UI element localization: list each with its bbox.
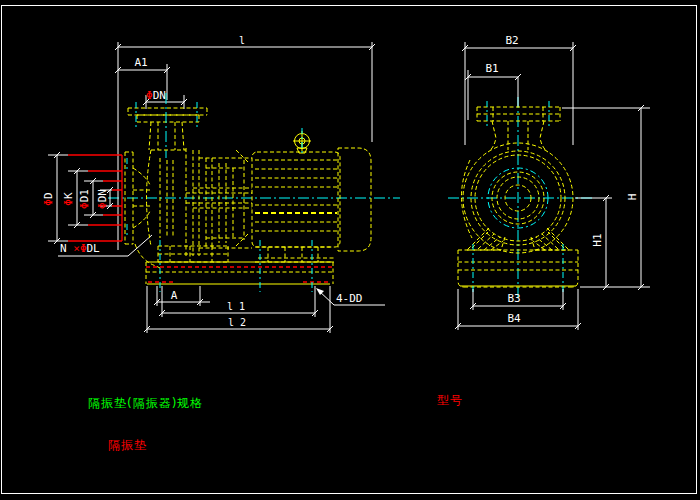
dim-label-b4: B4 (507, 312, 521, 325)
canvas-background (0, 0, 700, 500)
dim-label-l: l (239, 35, 245, 46)
dim-label-h: H (626, 194, 639, 201)
dim-label-l2: l 2 (228, 317, 246, 328)
dim-label-b2: B2 (505, 34, 518, 47)
dim-label-phi-dn-top: ΦDN (146, 89, 166, 102)
dim-label-a1: A1 (134, 56, 147, 69)
dim-label-phi-dn: ΦDN (96, 189, 109, 209)
dim-label-l1: l 1 (227, 301, 245, 312)
dim-label-phi-d: ΦD (42, 192, 55, 205)
note-pad: 隔振垫 (108, 438, 147, 452)
dim-label-a: A (171, 289, 178, 302)
cad-canvas: l A1 ΦDN ΦD (0, 0, 700, 500)
dim-label-b3: B3 (507, 292, 520, 305)
dim-label-4dd: 4-DD (336, 292, 363, 305)
dim-label-phi-d1: ΦD1 (78, 189, 91, 209)
dim-label-h1: H1 (591, 233, 604, 246)
note-pad-spec: 隔振垫(隔振器)规格 (88, 396, 203, 410)
dim-label-b1: B1 (485, 62, 498, 75)
note-model: 型号 (437, 393, 463, 407)
dim-label-phi-k: ΦK (62, 192, 75, 206)
dim-label-nxdl: N ×ΦDL (60, 242, 100, 255)
